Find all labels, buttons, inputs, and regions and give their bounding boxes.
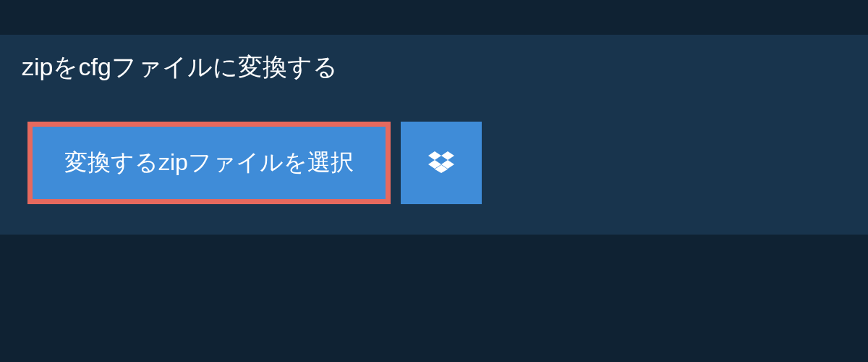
dropbox-icon <box>428 149 454 177</box>
page-title: zipをcfgファイルに変換する <box>0 35 359 100</box>
action-area: 変換するzipファイルを選択 <box>0 100 868 235</box>
dropbox-button[interactable] <box>401 122 482 204</box>
select-file-button[interactable]: 変換するzipファイルを選択 <box>27 122 391 204</box>
page-container: zipをcfgファイルに変換する 変換するzipファイルを選択 <box>0 0 868 235</box>
select-file-label: 変換するzipファイルを選択 <box>64 147 354 179</box>
button-row: 変換するzipファイルを選択 <box>27 122 841 204</box>
converter-panel: zipをcfgファイルに変換する 変換するzipファイルを選択 <box>0 35 868 235</box>
